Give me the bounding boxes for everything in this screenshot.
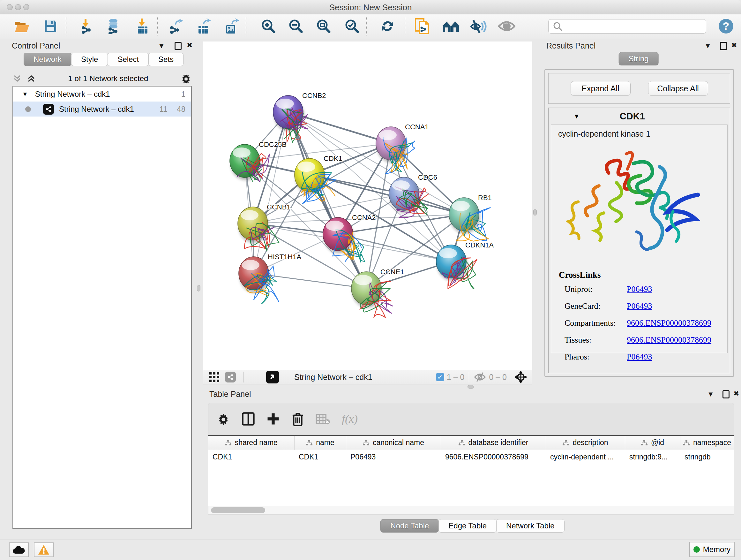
control-panel-close-button[interactable]: ✖ [187, 41, 192, 50]
network-node-hist1h1a[interactable] [239, 257, 279, 304]
save-session-button[interactable] [42, 17, 59, 35]
network-collection-row[interactable]: ▼ String Network – cdk1 1 [13, 86, 191, 102]
table-panel-menu-caret[interactable]: ▼ [707, 390, 714, 398]
table-cell[interactable]: stringdb [680, 450, 734, 464]
column-header-namespace[interactable]: namespace [680, 436, 734, 450]
crosslink-link[interactable]: 9606.ENSP00000378699 [627, 335, 711, 345]
network-node-cdc6[interactable] [389, 177, 429, 218]
table-cell[interactable]: P06493 [346, 450, 441, 464]
results-panel-float-button[interactable] [720, 42, 727, 51]
table-cell[interactable]: stringdb:9... [625, 450, 680, 464]
warnings-button[interactable] [34, 543, 54, 557]
column-header-description[interactable]: description [546, 436, 625, 450]
tab-network-table[interactable]: Network Table [496, 519, 564, 533]
network-edge[interactable] [254, 112, 288, 273]
left-splitter-handle[interactable] [197, 285, 200, 292]
tab-style[interactable]: Style [71, 53, 108, 66]
tab-sets[interactable]: Sets [148, 53, 184, 66]
network-edge[interactable] [310, 175, 464, 214]
cloud-status-button[interactable] [9, 543, 29, 557]
network-node-ccne1[interactable] [351, 272, 393, 318]
network-node-ccna2[interactable] [323, 217, 365, 263]
gear-icon[interactable] [180, 73, 192, 84]
tab-network[interactable]: Network [23, 53, 71, 66]
control-panel-float-button[interactable] [175, 42, 182, 51]
network-view-canvas[interactable]: CCNB2CCNA1CDC25BCDK1CDC6RB1CCNB1CCNA2CDK… [203, 42, 532, 370]
add-column-icon[interactable] [266, 412, 280, 426]
fit-content-crosshair-icon[interactable] [514, 370, 528, 384]
crosslink-link[interactable]: P06493 [627, 301, 652, 311]
selected-nodes-checkbox[interactable]: ✓ [436, 373, 444, 381]
table-panel-float-button[interactable] [723, 390, 730, 400]
show-disabled-button[interactable] [498, 17, 515, 35]
table-horizontal-scrollbar[interactable] [208, 506, 734, 515]
zoom-fit-button[interactable] [315, 17, 332, 35]
table-cell[interactable]: CDK1 [294, 450, 346, 464]
column-type-icon [225, 440, 232, 446]
network-node-cdk1[interactable] [294, 159, 336, 204]
import-table-file-button[interactable] [134, 17, 151, 35]
gene-collapse-caret[interactable]: ▼ [574, 113, 580, 120]
column-type-icon [458, 440, 465, 446]
table-toolbar: f(x) [208, 403, 734, 435]
delete-icon[interactable] [291, 412, 304, 426]
network-node-cdc25b[interactable] [230, 144, 269, 182]
search-input[interactable] [566, 20, 706, 33]
expand-all-icon[interactable] [26, 74, 36, 83]
help-button[interactable]: ? [718, 17, 735, 35]
table-cell[interactable]: 9606.ENSP00000378699 [441, 450, 546, 464]
right-splitter-handle[interactable] [533, 209, 537, 215]
column-header-id[interactable]: @id [625, 436, 680, 450]
table-cell[interactable]: CDK1 [208, 450, 294, 464]
network-node-ccnb1[interactable] [238, 207, 279, 251]
scrollbar-thumb[interactable] [211, 507, 265, 513]
crosslink-link[interactable]: P06493 [627, 285, 652, 294]
export-image-button[interactable] [223, 17, 240, 35]
table-panel-close-button[interactable]: ✖ [733, 389, 739, 398]
column-header-name[interactable]: name [294, 436, 346, 450]
crosslink-link[interactable]: 9606.ENSP00000378699 [627, 318, 711, 328]
expand-all-button[interactable]: Expand All [570, 81, 630, 96]
open-in-window-icon[interactable] [266, 371, 279, 383]
show-all-networks-button[interactable] [442, 17, 460, 35]
results-panel-menu-caret[interactable]: ▼ [704, 42, 711, 50]
network-node-ccnb2[interactable] [273, 96, 308, 142]
table-cell[interactable]: cyclin-dependent ... [546, 450, 625, 464]
network-node-cdkn1a[interactable] [436, 245, 477, 289]
results-panel-close-button[interactable]: ✖ [731, 41, 737, 50]
zoom-selected-button[interactable] [343, 17, 360, 35]
gray-eye-icon [498, 20, 515, 33]
tab-edge-table[interactable]: Edge Table [439, 519, 496, 533]
hide-selected-button[interactable] [470, 17, 487, 35]
memory-button[interactable]: Memory [689, 542, 735, 557]
grid-view-icon[interactable] [208, 371, 220, 383]
column-header-database-identifier[interactable]: database identifier [441, 436, 546, 450]
bottom-splitter-handle[interactable] [468, 385, 474, 388]
collapse-all-button[interactable]: Collapse All [648, 81, 708, 96]
tree-expand-caret[interactable]: ▼ [22, 91, 28, 98]
export-table-button[interactable] [195, 17, 212, 35]
column-header-shared-name[interactable]: shared name [208, 436, 294, 450]
crosslink-link[interactable]: P06493 [627, 352, 652, 362]
network-row-selected[interactable]: String Network – cdk1 11 48 [13, 102, 191, 117]
table-gear-icon[interactable] [217, 412, 230, 426]
export-network-button[interactable] [167, 17, 184, 35]
tab-select[interactable]: Select [108, 53, 149, 66]
import-network-database-button[interactable] [105, 17, 122, 35]
network-node-rb1[interactable] [449, 198, 490, 241]
import-network-file-button[interactable] [78, 17, 95, 35]
select-columns-icon[interactable] [242, 412, 255, 426]
collapse-all-icon[interactable] [12, 74, 22, 83]
column-header-canonical-name[interactable]: canonical name [346, 436, 441, 450]
gene-section-header[interactable]: ▼ CDK1 [549, 108, 730, 125]
tab-string[interactable]: String [619, 52, 659, 65]
tab-node-table[interactable]: Node Table [381, 519, 439, 533]
control-panel-menu-caret[interactable]: ▼ [158, 42, 165, 50]
zoom-in-button[interactable] [260, 17, 277, 35]
table-row[interactable]: CDK1CDK1P064939606.ENSP00000378699cyclin… [208, 450, 734, 464]
birds-eye-view-icon[interactable] [225, 372, 236, 382]
zoom-out-button[interactable] [287, 17, 305, 35]
clone-network-button[interactable] [414, 17, 431, 35]
open-session-button[interactable] [13, 17, 30, 35]
refresh-button[interactable] [379, 17, 396, 35]
